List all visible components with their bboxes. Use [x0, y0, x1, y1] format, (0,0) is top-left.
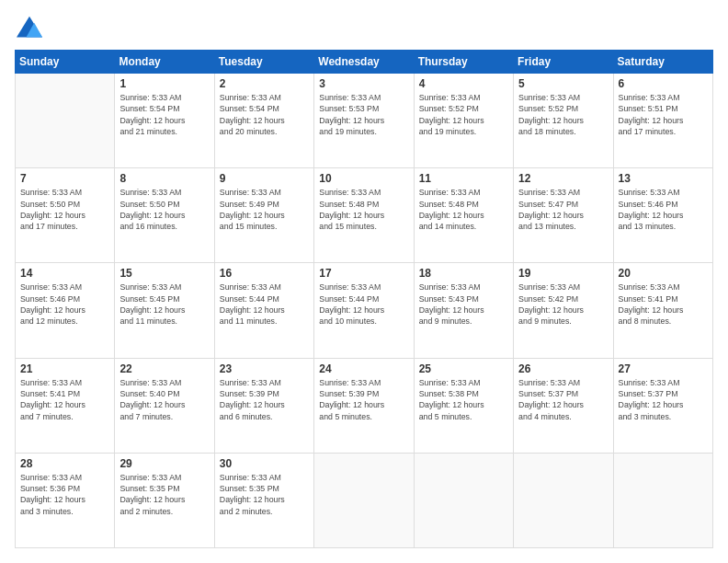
day-info: Sunrise: 5:33 AM Sunset: 5:53 PM Dayligh… [319, 92, 408, 137]
day-info: Sunrise: 5:33 AM Sunset: 5:36 PM Dayligh… [20, 472, 109, 517]
day-number: 24 [319, 362, 408, 375]
calendar-cell: 27Sunrise: 5:33 AM Sunset: 5:37 PM Dayli… [613, 358, 712, 453]
day-number: 23 [220, 362, 309, 375]
day-number: 19 [518, 267, 608, 280]
day-number: 11 [419, 172, 508, 185]
day-number: 1 [119, 77, 209, 90]
calendar-cell: 28Sunrise: 5:33 AM Sunset: 5:36 PM Dayli… [16, 453, 115, 547]
weekday-header-friday: Friday [514, 51, 613, 74]
calendar-cell: 18Sunrise: 5:33 AM Sunset: 5:43 PM Dayli… [414, 263, 513, 358]
day-info: Sunrise: 5:33 AM Sunset: 5:44 PM Dayligh… [319, 282, 408, 327]
day-info: Sunrise: 5:33 AM Sunset: 5:35 PM Dayligh… [119, 472, 209, 517]
day-info: Sunrise: 5:33 AM Sunset: 5:47 PM Dayligh… [518, 187, 608, 232]
calendar-cell: 4Sunrise: 5:33 AM Sunset: 5:52 PM Daylig… [414, 74, 513, 168]
day-info: Sunrise: 5:33 AM Sunset: 5:52 PM Dayligh… [419, 92, 508, 137]
week-row-1: 1Sunrise: 5:33 AM Sunset: 5:54 PM Daylig… [16, 74, 713, 168]
calendar-cell: 17Sunrise: 5:33 AM Sunset: 5:44 PM Dayli… [314, 263, 414, 358]
day-info: Sunrise: 5:33 AM Sunset: 5:35 PM Dayligh… [220, 472, 309, 517]
calendar-cell: 10Sunrise: 5:33 AM Sunset: 5:48 PM Dayli… [314, 168, 414, 263]
day-info: Sunrise: 5:33 AM Sunset: 5:54 PM Dayligh… [119, 92, 209, 137]
day-info: Sunrise: 5:33 AM Sunset: 5:44 PM Dayligh… [220, 282, 309, 327]
day-number: 28 [20, 457, 109, 470]
week-row-5: 28Sunrise: 5:33 AM Sunset: 5:36 PM Dayli… [16, 453, 713, 547]
day-number: 5 [518, 77, 608, 90]
calendar-cell: 7Sunrise: 5:33 AM Sunset: 5:50 PM Daylig… [16, 168, 115, 263]
weekday-header-wednesday: Wednesday [314, 51, 414, 74]
day-number: 7 [20, 172, 109, 185]
day-number: 3 [319, 77, 408, 90]
calendar-cell: 9Sunrise: 5:33 AM Sunset: 5:49 PM Daylig… [214, 168, 313, 263]
day-info: Sunrise: 5:33 AM Sunset: 5:40 PM Dayligh… [119, 377, 209, 422]
day-info: Sunrise: 5:33 AM Sunset: 5:38 PM Dayligh… [419, 377, 508, 422]
day-number: 17 [319, 267, 408, 280]
day-info: Sunrise: 5:33 AM Sunset: 5:49 PM Dayligh… [220, 187, 309, 232]
calendar-cell: 11Sunrise: 5:33 AM Sunset: 5:48 PM Dayli… [414, 168, 513, 263]
day-number: 30 [220, 457, 309, 470]
calendar-cell: 1Sunrise: 5:33 AM Sunset: 5:54 PM Daylig… [115, 74, 214, 168]
calendar: SundayMondayTuesdayWednesdayThursdayFrid… [15, 50, 713, 548]
week-row-4: 21Sunrise: 5:33 AM Sunset: 5:41 PM Dayli… [16, 358, 713, 453]
day-info: Sunrise: 5:33 AM Sunset: 5:51 PM Dayligh… [619, 92, 708, 137]
logo-icon [15, 15, 44, 40]
weekday-header-sunday: Sunday [16, 51, 115, 74]
calendar-cell: 25Sunrise: 5:33 AM Sunset: 5:38 PM Dayli… [414, 358, 513, 453]
day-number: 27 [619, 362, 708, 375]
calendar-cell: 19Sunrise: 5:33 AM Sunset: 5:42 PM Dayli… [514, 263, 613, 358]
calendar-cell: 24Sunrise: 5:33 AM Sunset: 5:39 PM Dayli… [314, 358, 414, 453]
weekday-header-thursday: Thursday [414, 51, 513, 74]
calendar-cell: 22Sunrise: 5:33 AM Sunset: 5:40 PM Dayli… [115, 358, 214, 453]
calendar-cell: 3Sunrise: 5:33 AM Sunset: 5:53 PM Daylig… [314, 74, 414, 168]
day-number: 29 [119, 457, 209, 470]
calendar-cell: 13Sunrise: 5:33 AM Sunset: 5:46 PM Dayli… [613, 168, 712, 263]
day-number: 22 [119, 362, 209, 375]
calendar-cell: 5Sunrise: 5:33 AM Sunset: 5:52 PM Daylig… [514, 74, 613, 168]
day-number: 10 [319, 172, 408, 185]
day-info: Sunrise: 5:33 AM Sunset: 5:37 PM Dayligh… [518, 377, 608, 422]
day-info: Sunrise: 5:33 AM Sunset: 5:39 PM Dayligh… [319, 377, 408, 422]
weekday-header-row: SundayMondayTuesdayWednesdayThursdayFrid… [16, 51, 713, 74]
day-number: 14 [20, 267, 109, 280]
calendar-cell: 12Sunrise: 5:33 AM Sunset: 5:47 PM Dayli… [514, 168, 613, 263]
day-number: 20 [619, 267, 708, 280]
calendar-cell: 8Sunrise: 5:33 AM Sunset: 5:50 PM Daylig… [115, 168, 214, 263]
day-number: 2 [220, 77, 309, 90]
day-number: 4 [419, 77, 508, 90]
day-number: 6 [619, 77, 708, 90]
day-info: Sunrise: 5:33 AM Sunset: 5:43 PM Dayligh… [419, 282, 508, 327]
calendar-cell: 6Sunrise: 5:33 AM Sunset: 5:51 PM Daylig… [613, 74, 712, 168]
day-info: Sunrise: 5:33 AM Sunset: 5:50 PM Dayligh… [20, 187, 109, 232]
calendar-cell: 30Sunrise: 5:33 AM Sunset: 5:35 PM Dayli… [214, 453, 313, 547]
calendar-cell: 16Sunrise: 5:33 AM Sunset: 5:44 PM Dayli… [214, 263, 313, 358]
day-number: 21 [20, 362, 109, 375]
day-info: Sunrise: 5:33 AM Sunset: 5:46 PM Dayligh… [619, 187, 708, 232]
day-info: Sunrise: 5:33 AM Sunset: 5:48 PM Dayligh… [419, 187, 508, 232]
day-info: Sunrise: 5:33 AM Sunset: 5:41 PM Dayligh… [619, 282, 708, 327]
weekday-header-saturday: Saturday [613, 51, 712, 74]
day-number: 13 [619, 172, 708, 185]
day-info: Sunrise: 5:33 AM Sunset: 5:37 PM Dayligh… [619, 377, 708, 422]
calendar-cell: 20Sunrise: 5:33 AM Sunset: 5:41 PM Dayli… [613, 263, 712, 358]
day-info: Sunrise: 5:33 AM Sunset: 5:52 PM Dayligh… [518, 92, 608, 137]
day-number: 16 [220, 267, 309, 280]
calendar-cell: 2Sunrise: 5:33 AM Sunset: 5:54 PM Daylig… [214, 74, 313, 168]
week-row-2: 7Sunrise: 5:33 AM Sunset: 5:50 PM Daylig… [16, 168, 713, 263]
calendar-cell [16, 74, 115, 168]
calendar-cell [613, 453, 712, 547]
logo [15, 15, 48, 40]
day-info: Sunrise: 5:33 AM Sunset: 5:54 PM Dayligh… [220, 92, 309, 137]
calendar-cell: 23Sunrise: 5:33 AM Sunset: 5:39 PM Dayli… [214, 358, 313, 453]
calendar-cell: 29Sunrise: 5:33 AM Sunset: 5:35 PM Dayli… [115, 453, 214, 547]
day-number: 25 [419, 362, 508, 375]
day-info: Sunrise: 5:33 AM Sunset: 5:45 PM Dayligh… [119, 282, 209, 327]
calendar-cell: 21Sunrise: 5:33 AM Sunset: 5:41 PM Dayli… [16, 358, 115, 453]
page: SundayMondayTuesdayWednesdayThursdayFrid… [0, 0, 728, 563]
day-number: 15 [119, 267, 209, 280]
calendar-cell: 15Sunrise: 5:33 AM Sunset: 5:45 PM Dayli… [115, 263, 214, 358]
day-info: Sunrise: 5:33 AM Sunset: 5:46 PM Dayligh… [20, 282, 109, 327]
calendar-cell [414, 453, 513, 547]
calendar-cell: 26Sunrise: 5:33 AM Sunset: 5:37 PM Dayli… [514, 358, 613, 453]
week-row-3: 14Sunrise: 5:33 AM Sunset: 5:46 PM Dayli… [16, 263, 713, 358]
day-number: 12 [518, 172, 608, 185]
header [15, 15, 713, 40]
day-info: Sunrise: 5:33 AM Sunset: 5:39 PM Dayligh… [220, 377, 309, 422]
